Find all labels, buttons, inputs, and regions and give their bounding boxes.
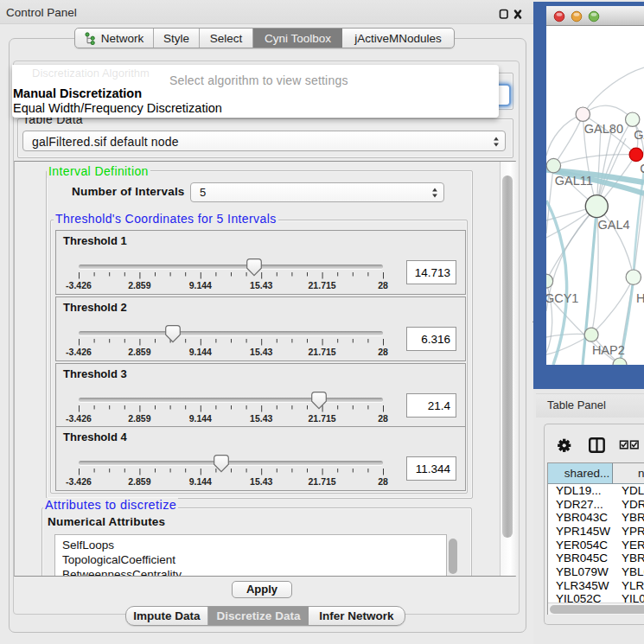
svg-text:H: H: [636, 291, 644, 305]
svg-text:C: C: [640, 162, 644, 175]
svg-text:GCY1: GCY1: [546, 291, 578, 305]
svg-text:GAL80: GAL80: [584, 122, 623, 136]
svg-text:HAP2: HAP2: [592, 343, 625, 357]
svg-text:GA: GA: [634, 128, 644, 142]
svg-text:GAL11: GAL11: [555, 174, 593, 188]
svg-text:GAL4: GAL4: [598, 218, 630, 232]
